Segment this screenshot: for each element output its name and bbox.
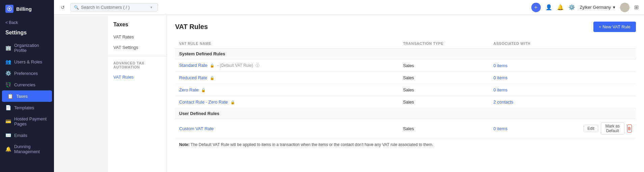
search-dropdown-icon: ▾	[150, 5, 152, 9]
taxes-left-panel: Taxes VAT Rates VAT Settings ADVANCED TA…	[108, 15, 167, 172]
lock-icon: 🔒	[230, 100, 235, 105]
vat-rules-table: VAT RULE NAME TRANSACTION TYPE ASSOCIATE…	[175, 39, 636, 151]
sidebar-item-label: Emails	[14, 133, 27, 138]
sidebar-item-label: Currencies	[14, 82, 35, 87]
vat-rules-content: VAT Rules + New VAT Rule VAT RULE NAME T…	[167, 15, 644, 172]
sidebar-item-label: Users & Roles	[14, 59, 42, 64]
sidebar-item-dunning[interactable]: 🔔 Dunning Management	[0, 141, 54, 157]
sidebar: Billing < Back Settings 🏢 Organization P…	[0, 0, 54, 172]
taxes-panel-title: Taxes	[108, 22, 167, 32]
add-button[interactable]: +	[531, 3, 541, 12]
advanced-section-title: ADVANCED TAX AUTOMATION	[108, 60, 167, 72]
vat-rates-item[interactable]: VAT Rates	[108, 32, 167, 42]
note-label: Note:	[179, 142, 190, 147]
delete-button[interactable]: 🗑	[627, 124, 632, 133]
new-vat-rule-button[interactable]: + New VAT Rule	[593, 22, 636, 32]
col-transaction-type: TRANSACTION TYPE	[399, 39, 489, 49]
search-container[interactable]: 🔍 ▾	[70, 3, 158, 11]
back-button[interactable]: < Back	[0, 18, 54, 28]
custom-vat-associated-link[interactable]: 0 items	[494, 126, 508, 131]
standard-rate-link[interactable]: Standard Rate	[179, 63, 207, 68]
dunning-icon: 🔔	[5, 146, 11, 152]
custom-vat-associated: 0 items	[489, 119, 580, 138]
note-cell: Note: The Default VAT Rule will be appli…	[175, 138, 636, 151]
user-defined-section: User Defined Rules	[175, 108, 636, 119]
templates-icon: 📄	[5, 105, 11, 110]
refresh-button[interactable]: ↺	[59, 3, 66, 11]
zero-rate-transaction: Sales	[399, 84, 489, 96]
emails-icon: ✉️	[5, 133, 11, 138]
zero-rate-actions	[580, 84, 636, 96]
table-row: Custom VAT Rate Sales 0 items Edit Mark …	[175, 119, 636, 138]
col-actions	[580, 39, 636, 49]
search-icon: 🔍	[74, 5, 79, 10]
reduced-rate-actions	[580, 72, 636, 84]
default-badge: - (Default VAT Rule)	[217, 63, 253, 68]
notifications-icon[interactable]: 🔔	[557, 4, 564, 10]
sidebar-item-currencies[interactable]: 💱 Currencies	[0, 79, 54, 90]
page-title: VAT Rules	[175, 23, 208, 31]
content-header: VAT Rules + New VAT Rule	[175, 22, 636, 32]
contact-rule-associated-link[interactable]: 2 contacts	[494, 99, 513, 105]
sidebar-item-label: Taxes	[16, 94, 28, 99]
main-content: Taxes VAT Rates VAT Settings ADVANCED TA…	[108, 15, 644, 172]
zero-rate-link[interactable]: Zero Rate	[179, 87, 199, 92]
avatar[interactable]	[620, 3, 629, 12]
org-profile-icon: 🏢	[5, 45, 11, 51]
hosted-payment-icon: 💳	[5, 119, 11, 124]
note-row: Note: The Default VAT Rule will be appli…	[175, 138, 636, 151]
settings-title: Settings	[0, 28, 54, 40]
sidebar-item-label: Preferences	[14, 71, 38, 76]
sidebar-item-templates[interactable]: 📄 Templates	[0, 102, 54, 113]
panel-divider	[108, 56, 167, 56]
sidebar-item-label: Templates	[14, 105, 34, 110]
sidebar-item-preferences[interactable]: ⚙️ Preferences	[0, 67, 54, 79]
sidebar-item-taxes[interactable]: 📋 Taxes	[2, 90, 52, 102]
reduced-rate-link[interactable]: Reduced Rate	[179, 75, 207, 80]
info-icon[interactable]: ⓘ	[256, 63, 259, 68]
reduced-rate-associated-link[interactable]: 0 items	[494, 75, 508, 80]
sidebar-item-org-profile[interactable]: 🏢 Organization Profile	[0, 40, 54, 56]
preferences-icon: ⚙️	[5, 70, 11, 76]
taxes-icon: 📋	[7, 93, 13, 99]
custom-vat-transaction: Sales	[399, 119, 489, 138]
system-section-label: System Defined Rules	[175, 49, 636, 59]
sidebar-item-emails[interactable]: ✉️ Emails	[0, 130, 54, 141]
vat-settings-item[interactable]: VAT Settings	[108, 42, 167, 53]
user-profile[interactable]: Zylker Germany ▾	[580, 5, 615, 10]
nav-actions: + 👤 🔔 ⚙️ Zylker Germany ▾ ⊞	[531, 3, 639, 12]
contact-rule-link[interactable]: Contact Rule - Zero Rate	[179, 99, 228, 105]
back-label: < Back	[5, 20, 18, 25]
system-defined-section: System Defined Rules	[175, 49, 636, 59]
trash-icon: 🗑	[627, 126, 632, 131]
edit-button[interactable]: Edit	[584, 125, 598, 132]
sidebar-item-users-roles[interactable]: 👥 Users & Roles	[0, 56, 54, 67]
users-nav-icon[interactable]: 👤	[545, 4, 552, 10]
lock-icon: 🔒	[201, 88, 206, 92]
app-title: Billing	[16, 6, 32, 12]
zero-rate-associated-link[interactable]: 0 items	[494, 87, 508, 92]
reduced-rate-associated: 0 items	[489, 72, 580, 84]
custom-vat-link[interactable]: Custom VAT Rate	[179, 126, 214, 131]
mark-default-button[interactable]: Mark as Default	[601, 122, 624, 135]
action-buttons: Edit Mark as Default 🗑	[584, 122, 632, 135]
col-associated-with: ASSOCIATED WITH	[489, 39, 580, 49]
grid-icon[interactable]: ⊞	[634, 4, 639, 10]
standard-rate-associated-link[interactable]: 0 items	[494, 63, 508, 68]
sidebar-item-hosted-payment[interactable]: 💳 Hosted Payment Pages	[0, 113, 54, 130]
settings-nav-icon[interactable]: ⚙️	[568, 4, 575, 10]
reduced-rate-transaction: Sales	[399, 72, 489, 84]
table-row: Contact Rule - Zero Rate 🔒 Sales 2 conta…	[175, 96, 636, 108]
top-nav: ↺ 🔍 ▾ + 👤 🔔 ⚙️ Zylker Germany ▾ ⊞	[54, 0, 644, 15]
contact-rule-cell: Contact Rule - Zero Rate 🔒	[175, 96, 399, 108]
standard-rate-transaction: Sales	[399, 59, 489, 72]
currencies-icon: 💱	[5, 82, 11, 87]
vat-rules-item[interactable]: VAT Rules	[108, 72, 167, 82]
sidebar-item-label: Dunning Management	[14, 144, 49, 154]
search-input[interactable]	[81, 5, 148, 10]
users-roles-icon: 👥	[5, 59, 11, 64]
contact-rule-actions	[580, 96, 636, 108]
sidebar-item-label: Organization Profile	[14, 43, 49, 53]
standard-rate-associated: 0 items	[489, 59, 580, 72]
logo-icon	[5, 5, 13, 13]
